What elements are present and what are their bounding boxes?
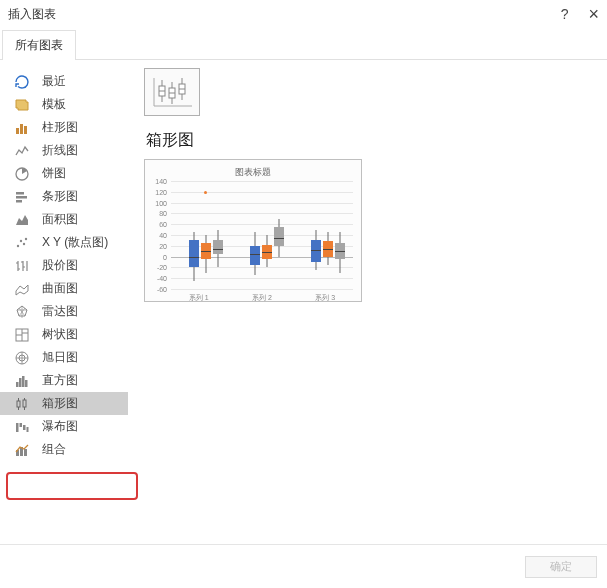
combo-chart-icon — [14, 442, 30, 458]
sidebar-item-bar[interactable]: 条形图 — [0, 185, 128, 208]
sidebar-item-label: 模板 — [42, 96, 66, 113]
sidebar-item-label: 雷达图 — [42, 303, 78, 320]
svg-rect-15 — [19, 378, 22, 387]
sidebar-item-treemap[interactable]: 树状图 — [0, 323, 128, 346]
sidebar-item-label: 条形图 — [42, 188, 78, 205]
svg-rect-14 — [16, 382, 19, 387]
svg-rect-23 — [27, 427, 29, 432]
tab-all-charts[interactable]: 所有图表 — [2, 30, 76, 60]
recent-icon — [14, 74, 30, 90]
sidebar-item-label: 树状图 — [42, 326, 78, 343]
svg-rect-18 — [17, 401, 20, 407]
svg-rect-6 — [16, 200, 22, 203]
svg-rect-17 — [25, 380, 28, 387]
dialog-footer: 确定 — [0, 544, 607, 588]
chart-subtype-boxplot[interactable] — [144, 68, 200, 116]
box-groups — [171, 181, 353, 289]
sidebar-item-label: 柱形图 — [42, 119, 78, 136]
svg-rect-4 — [16, 192, 24, 195]
plot-area: -60-40-20020406080100120140 — [149, 181, 357, 289]
svg-point-8 — [20, 239, 22, 241]
area-chart-icon — [14, 212, 30, 228]
main-area: 最近 模板 柱形图 折线图 饼图 条形图 面积图 X Y (散点图) 股价图 曲… — [0, 60, 607, 530]
chart-preview[interactable]: 图表标题 -60-40-20020406080100120140 系列 1系列 … — [144, 159, 362, 302]
sidebar-item-label: 箱形图 — [42, 395, 78, 412]
svg-point-9 — [23, 242, 25, 244]
close-button[interactable]: × — [588, 4, 599, 25]
waterfall-chart-icon — [14, 419, 30, 435]
sidebar-item-surface[interactable]: 曲面图 — [0, 277, 128, 300]
svg-rect-21 — [20, 423, 23, 427]
template-icon — [14, 97, 30, 113]
sidebar-item-label: 最近 — [42, 73, 66, 90]
line-chart-icon — [14, 143, 30, 159]
histogram-chart-icon — [14, 373, 30, 389]
content-panel: 箱形图 图表标题 -60-40-20020406080100120140 系列 … — [128, 60, 607, 530]
radar-chart-icon — [14, 304, 30, 320]
sidebar-item-label: 股价图 — [42, 257, 78, 274]
ok-button[interactable]: 确定 — [525, 556, 597, 578]
sidebar-item-boxplot[interactable]: 箱形图 — [0, 392, 128, 415]
sidebar-item-radar[interactable]: 雷达图 — [0, 300, 128, 323]
title-bar: 插入图表 ? × — [0, 0, 607, 28]
sidebar-item-pie[interactable]: 饼图 — [0, 162, 128, 185]
sunburst-chart-icon — [14, 350, 30, 366]
boxplot-chart-icon — [14, 396, 30, 412]
sidebar-item-scatter[interactable]: X Y (散点图) — [0, 231, 128, 254]
sidebar-item-label: 曲面图 — [42, 280, 78, 297]
svg-rect-26 — [24, 449, 27, 456]
window-title: 插入图表 — [8, 6, 56, 23]
sidebar-item-combo[interactable]: 组合 — [0, 438, 128, 461]
subtype-title: 箱形图 — [146, 130, 591, 151]
svg-rect-1 — [20, 124, 23, 134]
sidebar-item-sunburst[interactable]: 旭日图 — [0, 346, 128, 369]
sidebar-item-template[interactable]: 模板 — [0, 93, 128, 116]
bar-chart-icon — [14, 189, 30, 205]
sidebar-item-area[interactable]: 面积图 — [0, 208, 128, 231]
sidebar-item-stock[interactable]: 股价图 — [0, 254, 128, 277]
sidebar-item-label: 瀑布图 — [42, 418, 78, 435]
sidebar-item-histogram[interactable]: 直方图 — [0, 369, 128, 392]
scatter-chart-icon — [14, 235, 30, 251]
svg-rect-19 — [23, 400, 26, 407]
sidebar-item-label: 折线图 — [42, 142, 78, 159]
tab-bar: 所有图表 — [0, 28, 607, 60]
treemap-chart-icon — [14, 327, 30, 343]
sidebar-item-label: 组合 — [42, 441, 66, 458]
svg-point-7 — [17, 244, 19, 246]
surface-chart-icon — [14, 281, 30, 297]
svg-rect-5 — [16, 196, 27, 199]
sidebar-item-line[interactable]: 折线图 — [0, 139, 128, 162]
column-chart-icon — [14, 120, 30, 136]
pie-chart-icon — [14, 166, 30, 182]
x-axis-labels: 系列 1系列 2系列 3 — [167, 293, 357, 303]
window-controls: ? × — [561, 4, 599, 25]
sidebar-item-recent[interactable]: 最近 — [0, 70, 128, 93]
preview-title: 图表标题 — [149, 166, 357, 179]
y-axis: -60-40-20020406080100120140 — [149, 181, 169, 289]
sidebar-item-label: 面积图 — [42, 211, 78, 228]
sidebar-item-label: 直方图 — [42, 372, 78, 389]
sidebar-item-label: 旭日图 — [42, 349, 78, 366]
svg-rect-2 — [24, 126, 27, 134]
sidebar-item-waterfall[interactable]: 瀑布图 — [0, 415, 128, 438]
help-button[interactable]: ? — [561, 6, 569, 22]
sidebar-item-label: X Y (散点图) — [42, 234, 108, 251]
sidebar-item-column[interactable]: 柱形图 — [0, 116, 128, 139]
chart-type-sidebar: 最近 模板 柱形图 折线图 饼图 条形图 面积图 X Y (散点图) 股价图 曲… — [0, 60, 128, 530]
svg-rect-0 — [16, 128, 19, 134]
svg-point-10 — [25, 237, 27, 239]
boxplot-variant-icon — [150, 74, 194, 110]
svg-rect-22 — [23, 425, 26, 430]
svg-rect-16 — [22, 376, 25, 387]
sidebar-item-label: 饼图 — [42, 165, 66, 182]
svg-rect-20 — [16, 423, 19, 432]
stock-chart-icon — [14, 258, 30, 274]
